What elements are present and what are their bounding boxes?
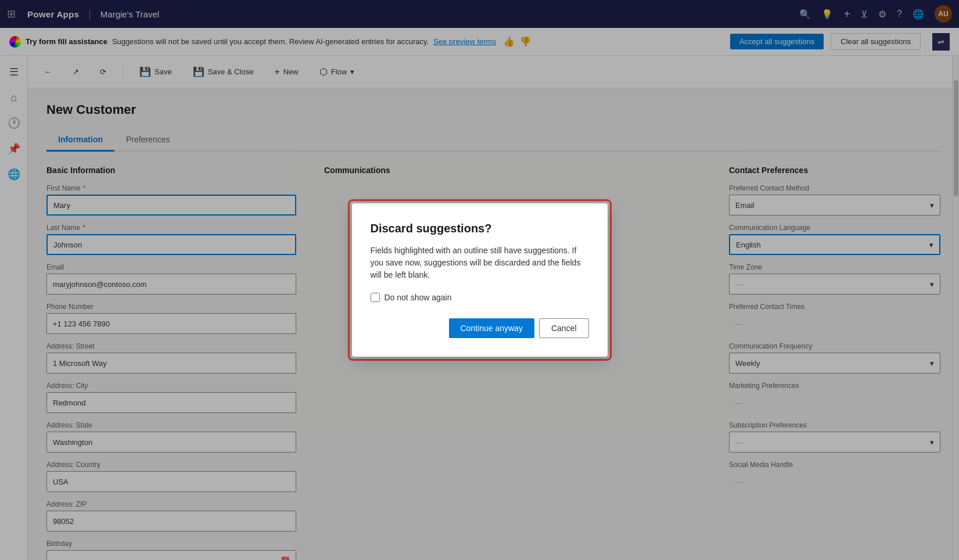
dialog-box: Discard suggestions? Fields highlighted … — [352, 203, 608, 357]
dialog-checkbox-row: Do not show again — [371, 293, 589, 302]
do-not-show-again-label: Do not show again — [385, 293, 452, 302]
dialog-title: Discard suggestions? — [371, 222, 589, 235]
dialog-actions: Continue anyway Cancel — [371, 318, 589, 338]
cancel-button[interactable]: Cancel — [539, 318, 589, 338]
dialog-body: Fields highlighted with an outline still… — [371, 245, 589, 281]
dialog-overlay: Discard suggestions? Fields highlighted … — [0, 0, 959, 560]
do-not-show-again-checkbox[interactable] — [371, 293, 380, 302]
continue-anyway-button[interactable]: Continue anyway — [449, 318, 534, 338]
dialog-border: Discard suggestions? Fields highlighted … — [348, 199, 612, 361]
